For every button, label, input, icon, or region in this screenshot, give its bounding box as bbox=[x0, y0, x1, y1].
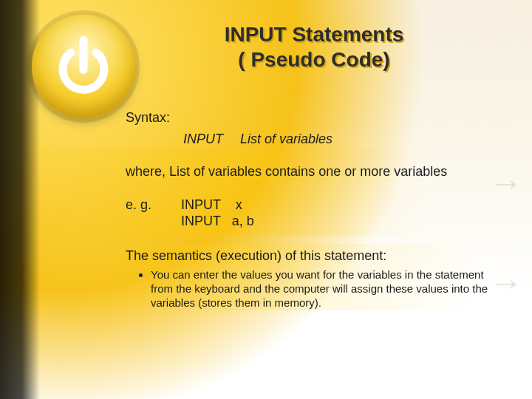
where-clause: where, List of variables contains one or… bbox=[126, 163, 502, 180]
example-row: INPUT a, b bbox=[181, 213, 254, 230]
syntax-label: Syntax: bbox=[126, 109, 502, 126]
syntax-args: List of variables bbox=[240, 132, 332, 146]
syntax-line: INPUT List of variables bbox=[126, 131, 502, 148]
power-glyph bbox=[55, 33, 112, 98]
power-icon bbox=[32, 15, 135, 118]
semantics-bullet: You can enter the values you want for th… bbox=[151, 268, 502, 310]
title-line-1: INPUT Statements bbox=[140, 22, 488, 47]
example-block: e. g. INPUT x INPUT a, b bbox=[126, 197, 502, 230]
example-label: e. g. bbox=[126, 197, 177, 214]
title-line-2: ( Pseudo Code) bbox=[140, 47, 488, 72]
content-block: Syntax: INPUT List of variables where, L… bbox=[126, 109, 502, 310]
semantics-list: You can enter the values you want for th… bbox=[126, 268, 502, 310]
title-block: INPUT Statements ( Pseudo Code) bbox=[140, 22, 488, 72]
example-row: INPUT x bbox=[181, 197, 254, 214]
example-lines: INPUT x INPUT a, b bbox=[181, 197, 254, 230]
semantics-heading: The semantics (execution) of this statem… bbox=[126, 248, 502, 265]
syntax-keyword: INPUT bbox=[183, 131, 223, 148]
slide: INPUT Statements ( Pseudo Code) → → Synt… bbox=[0, 0, 532, 399]
